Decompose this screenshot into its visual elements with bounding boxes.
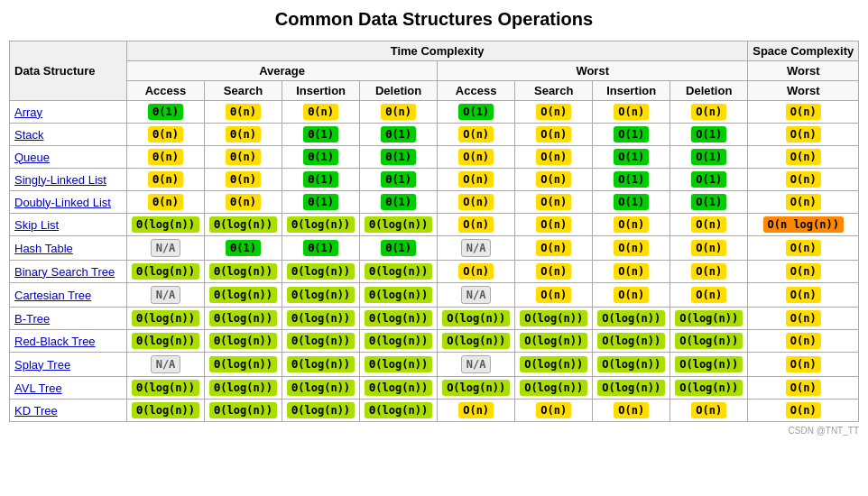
complexity-cell: O(n) [515, 124, 593, 146]
complexity-badge: O(n) [536, 402, 571, 418]
complexity-cell: O(n) [593, 101, 670, 124]
complexity-badge: Θ(log(n)) [132, 402, 199, 418]
complexity-badge: O(1) [691, 194, 726, 210]
complexity-badge: O(1) [691, 171, 726, 188]
complexity-cell: Θ(1) [360, 124, 438, 146]
complexity-badge: O(n) [691, 287, 726, 303]
header-wst-deletion: Deletion [670, 81, 748, 101]
complexity-badge: O(log(n)) [442, 310, 510, 326]
complexity-cell: N/A [438, 283, 515, 308]
complexity-badge: O(n) [691, 402, 726, 418]
complexity-cell: Θ(log(n)) [205, 283, 282, 308]
complexity-badge: Θ(1) [381, 240, 416, 256]
complexity-badge: Θ(1) [381, 171, 416, 188]
complexity-badge: O(n) [536, 216, 571, 233]
complexity-badge: N/A [151, 355, 181, 373]
ds-link[interactable]: Binary Search Tree [14, 265, 115, 279]
complexity-cell: O(n) [748, 101, 859, 124]
ds-link[interactable]: Stack [14, 128, 44, 142]
complexity-badge: Θ(log(n)) [287, 310, 355, 326]
complexity-cell: Θ(log(n)) [205, 308, 282, 330]
complexity-cell: O(n) [515, 400, 593, 422]
header-worst-space: Worst [748, 61, 859, 81]
complexity-cell: O(n) [748, 236, 859, 261]
complexity-cell: N/A [127, 283, 205, 308]
table-row: ArrayΘ(1)Θ(n)Θ(n)Θ(n)O(1)O(n)O(n)O(n)O(n… [10, 101, 859, 124]
complexity-badge: Θ(log(n)) [365, 356, 432, 372]
complexity-cell: Θ(1) [205, 236, 282, 261]
ds-link[interactable]: Cartesian Tree [14, 289, 91, 302]
ds-link[interactable]: Hash Table [14, 242, 73, 255]
complexity-cell: Θ(1) [360, 236, 438, 261]
ds-link[interactable]: Array [14, 106, 42, 119]
ds-link[interactable]: AVL Tree [14, 381, 62, 395]
complexity-badge: O(1) [691, 149, 726, 165]
complexity-cell: O(n) [515, 169, 593, 191]
ds-link[interactable]: Splay Tree [14, 358, 70, 372]
ds-link[interactable]: Red-Black Tree [14, 335, 96, 348]
ds-link[interactable]: KD Tree [14, 404, 58, 418]
complexity-cell: Θ(1) [127, 101, 205, 124]
complexity-badge: N/A [151, 286, 181, 304]
complexity-cell: Θ(n) [205, 191, 282, 214]
complexity-badge: O(1) [614, 126, 649, 142]
data-structure-table: Data Structure Time Complexity Space Com… [9, 41, 859, 422]
ds-link[interactable]: B-Tree [14, 312, 50, 326]
table-row: AVL TreeΘ(log(n))Θ(log(n))Θ(log(n))Θ(log… [10, 377, 859, 400]
complexity-badge: N/A [461, 355, 492, 373]
complexity-cell: O(n) [670, 101, 748, 124]
complexity-badge: Θ(log(n)) [287, 216, 355, 233]
complexity-cell: O(n) [593, 236, 670, 261]
complexity-cell: Θ(log(n)) [360, 283, 438, 308]
complexity-cell: Θ(log(n)) [205, 353, 282, 377]
table-row: Cartesian TreeN/AΘ(log(n))Θ(log(n))Θ(log… [10, 283, 859, 308]
complexity-badge: Θ(1) [303, 171, 338, 188]
complexity-badge: Θ(n) [381, 104, 416, 120]
complexity-badge: O(log(n)) [520, 380, 587, 396]
complexity-badge: O(n) [786, 240, 821, 256]
complexity-badge: O(n) [458, 263, 494, 280]
ds-name-cell: Binary Search Tree [10, 261, 127, 283]
complexity-cell: Θ(log(n)) [282, 377, 360, 400]
table-row: B-TreeΘ(log(n))Θ(log(n))Θ(log(n))Θ(log(n… [10, 308, 859, 330]
complexity-badge: O(n) [536, 126, 571, 142]
complexity-cell: Θ(log(n)) [127, 261, 205, 283]
complexity-badge: Θ(log(n)) [209, 263, 277, 280]
complexity-badge: O(n) [786, 287, 821, 303]
complexity-cell: O(n) [593, 214, 670, 236]
complexity-cell: O(log(n)) [515, 330, 593, 353]
complexity-badge: O(n log(n)) [763, 216, 844, 233]
complexity-badge: O(n) [458, 402, 494, 418]
complexity-cell: Θ(1) [360, 169, 438, 191]
table-row: Red-Black TreeΘ(log(n))Θ(log(n))Θ(log(n)… [10, 330, 859, 353]
complexity-badge: O(n) [691, 216, 726, 233]
complexity-badge: O(log(n)) [675, 380, 743, 396]
complexity-cell: Θ(log(n)) [205, 261, 282, 283]
ds-link[interactable]: Singly-Linked List [14, 173, 106, 187]
complexity-badge: Θ(1) [148, 104, 183, 120]
ds-link[interactable]: Skip List [14, 218, 59, 232]
complexity-badge: Θ(n) [148, 194, 183, 210]
header-worst: Worst [438, 61, 748, 81]
complexity-cell: N/A [438, 353, 515, 377]
ds-link[interactable]: Queue [14, 151, 50, 164]
complexity-cell: Θ(n) [360, 101, 438, 124]
complexity-badge: Θ(n) [226, 194, 261, 210]
table-row: QueueΘ(n)Θ(n)Θ(1)Θ(1)O(n)O(n)O(1)O(1)O(n… [10, 146, 859, 169]
complexity-badge: O(log(n)) [597, 333, 665, 349]
complexity-cell: O(n) [670, 400, 748, 422]
ds-name-cell: Doubly-Linked List [10, 191, 127, 214]
complexity-badge: O(n) [536, 263, 571, 280]
complexity-cell: O(1) [670, 146, 748, 169]
complexity-cell: Θ(log(n)) [205, 400, 282, 422]
ds-link[interactable]: Doubly-Linked List [14, 196, 111, 209]
complexity-cell: O(n) [748, 308, 859, 330]
complexity-cell: Θ(log(n)) [282, 214, 360, 236]
complexity-badge: O(1) [614, 194, 649, 210]
complexity-cell: Θ(n) [127, 124, 205, 146]
complexity-badge: O(n) [614, 287, 649, 303]
complexity-badge: Θ(1) [381, 194, 416, 210]
complexity-badge: O(n) [458, 149, 494, 165]
complexity-cell: Θ(n) [205, 146, 282, 169]
complexity-cell: O(n) [438, 169, 515, 191]
